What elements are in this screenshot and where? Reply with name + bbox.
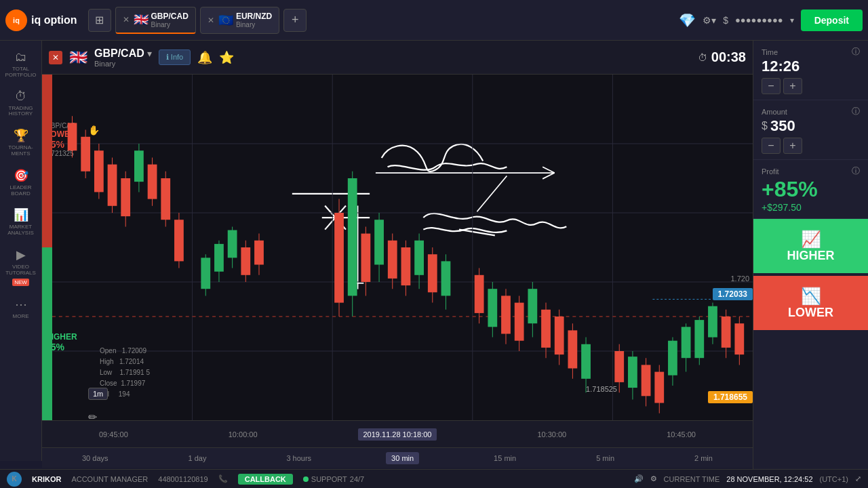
chart-pair-type: Binary (94, 60, 152, 68)
svg-rect-43 (228, 230, 237, 258)
header: iq iq option ⊞ ✕ 🇬🇧 GBP/CAD Binary ✕ 🇪🇺 … (0, 0, 868, 41)
svg-rect-23 (81, 137, 90, 171)
settings-icon[interactable]: ⚙▾ (703, 15, 716, 26)
tab-eurnzd[interactable]: ✕ 🇪🇺 EUR/NZD Binary (200, 7, 279, 34)
higher-chart-icon: 📈 (801, 230, 821, 249)
info-button[interactable]: ℹ Info (159, 49, 191, 65)
sidebar-item-leaderboard[interactable]: 🎯 LEADERBOARD (3, 164, 39, 201)
tf-2min[interactable]: 2 min (689, 452, 718, 464)
volume-icon[interactable]: 🔊 (634, 474, 644, 483)
support-status-dot (303, 476, 309, 482)
amount-value: 350 (770, 117, 795, 135)
profit-percentage: +85% (762, 177, 860, 202)
amount-minus-button[interactable]: − (762, 138, 781, 154)
tf-5min[interactable]: 5 min (591, 452, 620, 464)
play-icon: ▶ (16, 247, 26, 262)
header-right: 💎 ⚙▾ $ ●●●●●●●●● ▾ Deposit (679, 9, 863, 31)
username: KRIKOR (32, 475, 61, 483)
ohlc-open: Open 1.72009 (100, 346, 150, 357)
close-tab-eurnzd[interactable]: ✕ (208, 16, 214, 25)
sidebar-item-history[interactable]: ⏱ TRADINGHISTORY (3, 85, 39, 122)
svg-rect-73 (515, 303, 524, 341)
callback-button[interactable]: CALLBACK (238, 474, 293, 485)
time-section: Time ⓘ 12:26 − + (753, 41, 868, 100)
close-tab-gbpcad[interactable]: ✕ (123, 15, 130, 24)
svg-rect-81 (568, 330, 577, 368)
higher-button[interactable]: 📈 HIGHER (753, 219, 868, 273)
star-icon[interactable]: ⭐ (219, 50, 234, 65)
sidebar-item-tournaments[interactable]: 🏆 TOURNA-MENTS (3, 124, 39, 161)
expand-icon[interactable]: ⤢ (855, 474, 861, 483)
svg-rect-95 (682, 327, 691, 358)
time-info-icon[interactable]: ⓘ (852, 46, 860, 58)
ohlc-high: High 1.72014 (100, 357, 150, 367)
balance-dropdown[interactable]: ▾ (790, 16, 794, 25)
amount-info-icon[interactable]: ⓘ (852, 106, 860, 117)
svg-rect-41 (214, 244, 224, 272)
bottom-bar: K KRIKOR ACCOUNT MANAGER 448001120819 📞 … (0, 469, 868, 488)
svg-rect-79 (555, 317, 564, 354)
time-axis: 09:45:00 10:00:00 2019.11.28 10:18:00 10… (42, 420, 753, 447)
sidebar-item-videos[interactable]: ▶ VIDEOTUTORIALS NEW (3, 243, 39, 290)
leaderboard-icon: 🎯 (14, 168, 28, 183)
zoom-level-button[interactable]: 1m (88, 388, 108, 400)
bottom-right: 🔊 ⚙ CURRENT TIME 28 NOVEMBER, 12:24:52 (… (634, 474, 861, 483)
more-icon: ⋯ (15, 297, 27, 312)
svg-rect-25 (94, 150, 104, 192)
tf-30days[interactable]: 30 days (77, 452, 114, 464)
svg-rect-29 (121, 178, 130, 216)
chart-pair-name: GBP/CAD (94, 47, 144, 60)
amount-label: Amount (762, 108, 787, 116)
amount-section: Amount ⓘ $ 350 − + (753, 100, 868, 160)
profit-info-icon[interactable]: ⓘ (852, 165, 860, 177)
svg-rect-33 (148, 165, 157, 199)
candlestick-chart[interactable] (52, 75, 753, 420)
new-badge: NEW (12, 279, 29, 286)
tab-gbpcad[interactable]: ✕ 🇬🇧 GBP/CAD Binary (115, 7, 196, 34)
ohlc-close: Close 1.71997 (100, 378, 150, 389)
tab-pair-gbpcad: GBP/CAD (151, 12, 189, 21)
svg-rect-67 (475, 275, 484, 313)
grid-view-button[interactable]: ⊞ (88, 9, 111, 32)
portfolio-icon: 🗂 (15, 50, 27, 64)
tf-1day[interactable]: 1 day (183, 452, 212, 464)
tf-30min[interactable]: 30 min (386, 452, 419, 464)
settings-icon-bottom[interactable]: ⚙ (650, 474, 657, 483)
timezone-value: (UTC+1) (820, 475, 848, 483)
chart-topbar-right: ⏱ 00:38 (698, 49, 746, 65)
sidebar-item-more[interactable]: ⋯ MORE (3, 293, 39, 324)
svg-rect-49 (334, 213, 344, 303)
time-minus-button[interactable]: − (762, 78, 781, 94)
amount-plus-button[interactable]: + (783, 138, 802, 154)
lower-button[interactable]: 📉 LOWER (753, 276, 868, 330)
profit-section: Profit ⓘ +85% +$297.50 (753, 160, 868, 219)
time-plus-button[interactable]: + (783, 78, 802, 94)
tab-type-eurnzd: Binary (236, 21, 272, 28)
svg-rect-75 (528, 289, 537, 323)
sidebar-item-market[interactable]: 📊 MARKETANALYSIS (3, 203, 39, 241)
svg-rect-71 (501, 296, 511, 333)
svg-rect-85 (614, 351, 624, 382)
diamond-icon: 💎 (679, 12, 696, 28)
countdown-timer: 00:38 (711, 49, 746, 65)
svg-rect-21 (68, 123, 77, 150)
pair-dropdown-icon[interactable]: ▾ (147, 48, 152, 59)
profit-value: +$297.50 (762, 202, 860, 213)
logo: iq iq option (5, 9, 77, 31)
bottom-price-badge: 1.718655 (708, 391, 753, 403)
lower-label: LOWER (788, 306, 833, 320)
tf-15min[interactable]: 15 min (488, 452, 521, 464)
current-price-value: 1.72033 (718, 289, 747, 299)
notification-icon[interactable]: 🔔 (197, 50, 212, 65)
svg-rect-45 (241, 247, 250, 275)
time-value: 12:26 (762, 58, 860, 75)
hand-tool-button[interactable]: ✋ (88, 125, 100, 136)
add-tab-button[interactable]: + (283, 9, 307, 32)
tf-3hours[interactable]: 3 hours (281, 452, 317, 464)
price-level-label: 1.720 (730, 274, 749, 283)
deposit-button[interactable]: Deposit (801, 9, 863, 31)
chart-topbar: ✕ 🇬🇧 GBP/CAD ▾ Binary ℹ Info 🔔 ⭐ ⏱ 00:38 (42, 41, 753, 75)
close-chart-button[interactable]: ✕ (49, 51, 62, 64)
svg-rect-101 (722, 317, 731, 348)
sidebar-item-portfolio[interactable]: 🗂 TOTALPORTFOLIO (3, 46, 39, 83)
